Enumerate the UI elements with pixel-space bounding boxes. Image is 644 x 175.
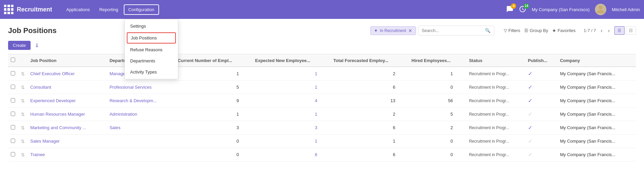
apps-icon[interactable] xyxy=(4,5,13,14)
create-button[interactable]: Create xyxy=(8,41,31,50)
chat-icon-badge[interactable]: 4 xyxy=(506,5,514,14)
department-value[interactable]: Professional Services xyxy=(110,85,152,90)
job-position-link[interactable]: Trainee xyxy=(30,152,45,157)
col-current-employees: Current Number of Empl... xyxy=(175,54,253,67)
current-employees-cell: 9 xyxy=(175,94,253,108)
drag-handle-icon[interactable]: ⇅ xyxy=(21,152,25,157)
department-value[interactable]: Administration xyxy=(110,112,137,117)
job-position-link[interactable]: Marketing and Community ... xyxy=(30,125,86,130)
filter-icon: ▽ xyxy=(504,28,507,33)
drag-handle-icon[interactable]: ⇅ xyxy=(21,85,25,90)
status-value: Recruitment in Progr... xyxy=(469,152,509,157)
config-dropdown: Settings Job Positions Refuse Reasons De… xyxy=(124,19,178,79)
department-value[interactable]: Sales xyxy=(110,125,121,130)
list-view-button[interactable]: ☰ xyxy=(614,26,624,35)
config-departments[interactable]: Departments xyxy=(125,55,178,66)
filter-tag-close[interactable]: ✕ xyxy=(408,28,412,33)
table-row: ⇅ Human Resources Manager Administration… xyxy=(8,108,636,121)
table-header-row: Job Position Department Current Number o… xyxy=(8,54,636,67)
job-position-link[interactable]: Consultant xyxy=(30,85,51,90)
row-checkbox-cell xyxy=(8,67,18,81)
publish-cell: ✓ xyxy=(525,121,557,135)
hired-employees-cell: 1 xyxy=(409,67,466,81)
expected-employees-cell: 3 xyxy=(253,121,331,135)
drag-handle-icon[interactable]: ⇅ xyxy=(21,98,25,104)
department-cell: Professional Services xyxy=(107,81,175,94)
drag-handle-icon[interactable]: ⇅ xyxy=(21,71,25,77)
row-checkbox[interactable] xyxy=(11,85,15,89)
drag-handle-cell: ⇅ xyxy=(18,135,28,148)
page-header-left: Job Positions xyxy=(8,26,56,35)
publish-icon[interactable]: ✓ xyxy=(528,125,532,130)
prev-page-button[interactable]: ‹ xyxy=(599,27,604,34)
funnel-icon: ▼ xyxy=(374,28,378,33)
row-checkbox[interactable] xyxy=(11,71,15,76)
job-position-link[interactable]: Experienced Developer xyxy=(30,98,76,103)
publish-cell: ✓ xyxy=(525,94,557,108)
app-title[interactable]: Recruitment xyxy=(17,6,52,13)
nav-menu: Applications Reporting Configuration xyxy=(62,4,159,15)
select-all-checkbox[interactable] xyxy=(11,58,15,62)
company-cell: My Company (San Francis... xyxy=(557,135,636,148)
nav-reporting[interactable]: Reporting xyxy=(95,5,122,14)
clock-badge-count: 14 xyxy=(524,3,529,9)
row-checkbox[interactable] xyxy=(11,152,15,156)
table-row: ⇅ Chief Executive Officer Management 1 1… xyxy=(8,67,636,81)
drag-handle-icon[interactable]: ⇅ xyxy=(21,112,25,117)
row-checkbox[interactable] xyxy=(11,98,15,103)
publish-icon[interactable]: ✓ xyxy=(528,98,532,104)
col-job-position: Job Position xyxy=(28,54,107,67)
publish-icon[interactable]: ✓ xyxy=(528,84,532,90)
current-employees-cell: 0 xyxy=(175,135,253,148)
publish-icon[interactable]: ✓ xyxy=(528,138,532,144)
drag-handle-icon[interactable]: ⇅ xyxy=(21,139,25,144)
config-activity-types[interactable]: Activity Types xyxy=(125,66,178,78)
expected-employees-cell: 6 xyxy=(253,148,331,162)
total-forecasted-cell: 1 xyxy=(331,135,409,148)
col-publish: Publish... xyxy=(525,54,557,67)
groupby-button[interactable]: ☰ Group By xyxy=(524,28,548,33)
avatar[interactable] xyxy=(595,4,606,15)
drag-handle-cell: ⇅ xyxy=(18,81,28,94)
company-cell: My Company (San Francis... xyxy=(557,67,636,81)
nav-configuration[interactable]: Configuration xyxy=(124,4,159,15)
job-position-cell: Human Resources Manager xyxy=(28,108,107,121)
svg-point-0 xyxy=(599,6,603,9)
kanban-view-button[interactable]: ☷ xyxy=(626,26,636,35)
row-checkbox[interactable] xyxy=(11,139,15,143)
publish-icon[interactable]: ✓ xyxy=(528,152,532,157)
row-checkbox[interactable] xyxy=(11,125,15,129)
job-position-link[interactable]: Sales Manager xyxy=(30,139,60,144)
favorites-button[interactable]: ★ Favorites xyxy=(552,28,575,33)
company-name[interactable]: My Company (San Francisco) xyxy=(532,7,590,12)
job-position-link[interactable]: Human Resources Manager xyxy=(30,112,85,117)
publish-icon[interactable]: ✓ xyxy=(528,71,532,77)
user-name[interactable]: Mitchell Admin xyxy=(612,7,640,12)
current-employees-cell: 5 xyxy=(175,81,253,94)
nav-applications[interactable]: Applications xyxy=(62,5,94,14)
publish-icon[interactable]: ✓ xyxy=(528,111,532,117)
filter-in-recruitment[interactable]: ▼ In Recruitment ✕ xyxy=(370,26,416,35)
drag-handle-cell: ⇅ xyxy=(18,121,28,135)
total-forecasted-cell: 2 xyxy=(331,108,409,121)
next-page-button[interactable]: › xyxy=(606,27,612,34)
search-input[interactable] xyxy=(418,26,482,35)
config-job-positions[interactable]: Job Positions xyxy=(127,32,176,43)
job-position-link[interactable]: Chief Executive Officer xyxy=(30,71,75,76)
drag-handle-icon[interactable]: ⇅ xyxy=(21,125,25,130)
total-forecasted-cell: 6 xyxy=(331,148,409,162)
department-value[interactable]: Research & Developm... xyxy=(110,98,157,103)
current-employees-cell: 0 xyxy=(175,148,253,162)
publish-cell: ✓ xyxy=(525,135,557,148)
clock-icon-badge[interactable]: 14 xyxy=(519,5,526,14)
table-row: ⇅ Trainee 0 6 6 0 Recruitment in Progr..… xyxy=(8,148,636,162)
search-bar: 🔍 xyxy=(418,26,494,35)
download-button[interactable]: ⇓ xyxy=(33,41,40,50)
row-checkbox-cell xyxy=(8,148,18,162)
config-refuse-reasons[interactable]: Refuse Reasons xyxy=(125,44,178,55)
row-checkbox[interactable] xyxy=(11,112,15,116)
search-button[interactable]: 🔍 xyxy=(482,26,494,35)
filters-button[interactable]: ▽ Filters xyxy=(504,28,520,33)
row-checkbox-cell xyxy=(8,121,18,135)
config-settings[interactable]: Settings xyxy=(125,21,178,32)
